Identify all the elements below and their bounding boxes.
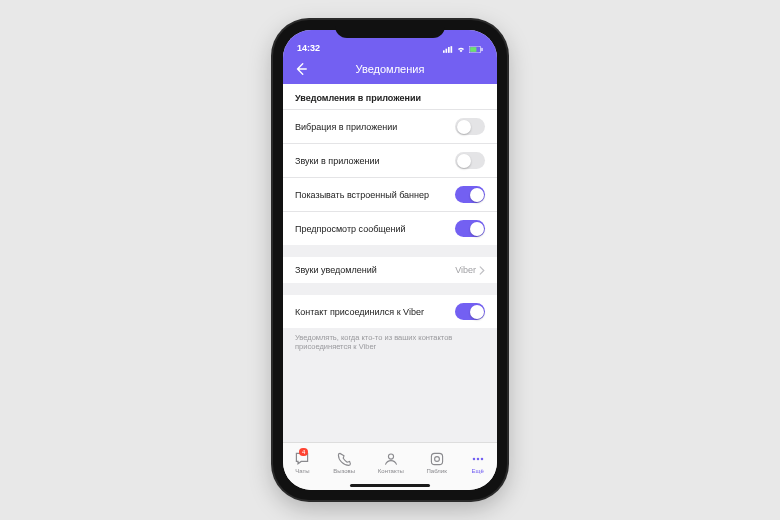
back-button[interactable] — [291, 59, 311, 79]
content-area: Уведомления в приложении Вибрация в прил… — [283, 84, 497, 442]
row-vibration[interactable]: Вибрация в приложении — [283, 110, 497, 144]
screen: 14:32 Уведомления Уведомления в приложен… — [283, 30, 497, 490]
tab-contacts[interactable]: Контакты — [378, 451, 404, 474]
toggle-sounds[interactable] — [455, 152, 485, 169]
phone-icon — [336, 451, 352, 467]
row-preview[interactable]: Предпросмотр сообщений — [283, 212, 497, 245]
toggle-banner[interactable] — [455, 186, 485, 203]
svg-rect-3 — [451, 46, 453, 53]
battery-icon — [469, 46, 483, 53]
svg-rect-2 — [448, 47, 450, 53]
toggle-preview[interactable] — [455, 220, 485, 237]
svg-point-9 — [434, 457, 439, 462]
row-contact-joined[interactable]: Контакт присоединился к Viber — [283, 295, 497, 328]
row-notif-sounds[interactable]: Звуки уведомлений Viber — [283, 257, 497, 283]
row-label: Предпросмотр сообщений — [295, 224, 406, 234]
settings-group-sounds: Звуки уведомлений Viber — [283, 257, 497, 283]
row-label: Показывать встроенный баннер — [295, 190, 429, 200]
row-label: Звуки в приложении — [295, 156, 379, 166]
section-title: Уведомления в приложении — [283, 84, 497, 110]
row-value-text: Viber — [455, 265, 476, 275]
wifi-icon — [456, 46, 466, 53]
header-title: Уведомления — [356, 63, 425, 75]
status-icons — [443, 46, 483, 53]
svg-rect-5 — [470, 47, 476, 52]
chevron-right-icon — [479, 266, 485, 275]
toggle-vibration[interactable] — [455, 118, 485, 135]
svg-rect-8 — [431, 453, 442, 464]
contact-icon — [383, 451, 399, 467]
tab-calls[interactable]: Вызовы — [333, 451, 355, 474]
toggle-contact-joined[interactable] — [455, 303, 485, 320]
back-arrow-icon — [294, 62, 308, 76]
tab-label: Ещё — [471, 468, 483, 474]
settings-group-contact: Контакт присоединился к Viber — [283, 295, 497, 328]
status-time: 14:32 — [297, 43, 320, 53]
tab-label: Чаты — [295, 468, 309, 474]
svg-point-7 — [388, 454, 393, 459]
row-sounds[interactable]: Звуки в приложении — [283, 144, 497, 178]
signal-icon — [443, 46, 453, 53]
row-label: Контакт присоединился к Viber — [295, 307, 424, 317]
phone-frame: 14:32 Уведомления Уведомления в приложен… — [273, 20, 507, 500]
svg-rect-6 — [481, 48, 482, 51]
tab-public[interactable]: Паблик — [427, 451, 447, 474]
settings-group-inapp: Уведомления в приложении Вибрация в прил… — [283, 84, 497, 245]
svg-point-11 — [476, 458, 479, 461]
svg-rect-1 — [446, 49, 448, 53]
nav-header: Уведомления — [283, 54, 497, 84]
row-label: Звуки уведомлений — [295, 265, 377, 275]
svg-point-10 — [472, 458, 475, 461]
helper-text: Уведомлять, когда кто-то из ваших контак… — [283, 328, 497, 361]
tab-label: Вызовы — [333, 468, 355, 474]
row-label: Вибрация в приложении — [295, 122, 397, 132]
svg-rect-0 — [443, 50, 445, 53]
more-icon — [470, 451, 486, 467]
public-icon — [429, 451, 445, 467]
tab-chats[interactable]: 4 Чаты — [294, 451, 310, 474]
tab-bar: 4 Чаты Вызовы Контакты Паблик Ещё — [283, 442, 497, 490]
notch — [335, 20, 445, 38]
tab-more[interactable]: Ещё — [470, 451, 486, 474]
row-banner[interactable]: Показывать встроенный баннер — [283, 178, 497, 212]
svg-point-12 — [480, 458, 483, 461]
row-value: Viber — [455, 265, 485, 275]
home-indicator — [350, 484, 430, 487]
tab-label: Контакты — [378, 468, 404, 474]
tab-label: Паблик — [427, 468, 447, 474]
